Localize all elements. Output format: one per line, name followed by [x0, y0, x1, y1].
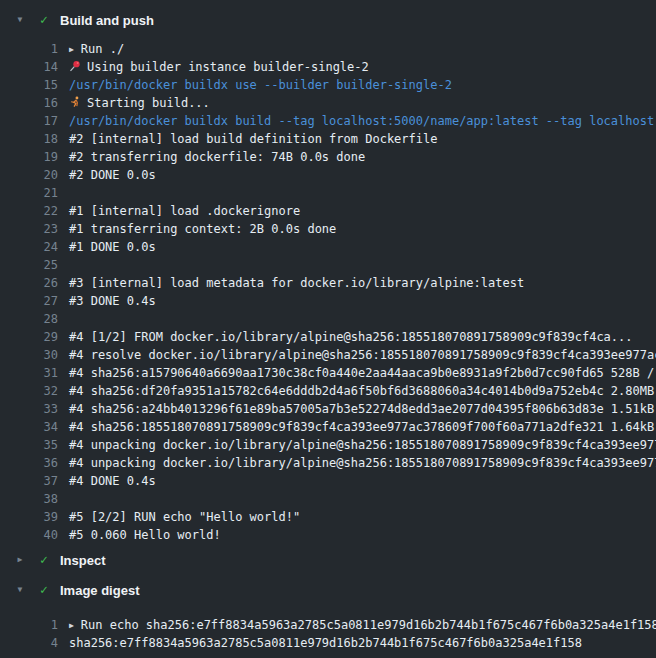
log-text: Using builder instance builder-single-2	[58, 58, 656, 76]
log-line: 28	[0, 310, 656, 328]
log-text: #4 sha256:a24bb4013296f61e89ba57005a7b3e…	[58, 400, 656, 418]
line-number[interactable]: 21	[0, 184, 58, 202]
section-body-build-and-push: 1 ▶Run ./ 14 Using builder instance buil…	[0, 30, 656, 550]
section-body-image-digest: 1 ▶Run echo sha256:e7ff8834a5963a2785c5a…	[0, 600, 656, 658]
log-line: 25	[0, 256, 656, 274]
log-text: #4 sha256:df20fa9351a15782c64e6dddb2d4a6…	[58, 382, 656, 400]
log-line: 17 /usr/bin/docker buildx build --tag lo…	[0, 112, 656, 130]
log-text	[58, 184, 656, 202]
log-text: #4 [1/2] FROM docker.io/library/alpine@s…	[58, 328, 656, 346]
log-text: #5 [2/2] RUN echo "Hello world!"	[58, 508, 656, 526]
line-number[interactable]: 14	[0, 58, 58, 76]
log-text: ▶Run echo sha256:e7ff8834a5963a2785c5a08…	[58, 616, 656, 634]
log-line: 32 #4 sha256:df20fa9351a15782c64e6dddb2d…	[0, 382, 656, 400]
log-line: 24 #1 DONE 0.0s	[0, 238, 656, 256]
log-text-content: Using builder instance builder-single-2	[87, 60, 369, 74]
log-text-content: Run echo sha256:e7ff8834a5963a2785c5a081…	[81, 618, 656, 632]
log-line: 40 #5 0.060 Hello world!	[0, 526, 656, 544]
line-number[interactable]: 31	[0, 364, 58, 382]
line-number[interactable]: 18	[0, 130, 58, 148]
log-text-command: /usr/bin/docker buildx use --builder bui…	[58, 76, 656, 94]
log-line: 22 #1 [internal] load .dockerignore	[0, 202, 656, 220]
log-text: ▶Run ./	[58, 40, 656, 58]
log-text-content: Starting build...	[87, 96, 210, 110]
success-check-icon: ✓	[36, 580, 52, 600]
line-number[interactable]: 32	[0, 382, 58, 400]
section-title: Inspect	[60, 553, 106, 568]
log-text	[58, 256, 656, 274]
log-line: 15 /usr/bin/docker buildx use --builder …	[0, 76, 656, 94]
line-number[interactable]: 23	[0, 220, 58, 238]
line-number[interactable]: 4	[0, 634, 58, 652]
log-line: 34 #4 sha256:185518070891758909c9f839cf4…	[0, 418, 656, 436]
section-title: Image digest	[60, 583, 139, 598]
log-text: #5 0.060 Hello world!	[58, 526, 656, 544]
chevron-down-icon[interactable]: ▼	[12, 10, 28, 30]
pushpin-icon	[69, 60, 81, 72]
log-text: sha256:e7ff8834a5963a2785c5a0811e979d16b…	[58, 634, 656, 652]
log-line: 21	[0, 184, 656, 202]
log-text: #4 DONE 0.4s	[58, 472, 656, 490]
log-line: 19 #2 transferring dockerfile: 74B 0.0s …	[0, 148, 656, 166]
log-line: 26 #3 [internal] load metadata for docke…	[0, 274, 656, 292]
log-line: 31 #4 sha256:a15790640a6690aa1730c38cf0a…	[0, 364, 656, 382]
line-number[interactable]: 25	[0, 256, 58, 274]
log-line: 1 ▶Run echo sha256:e7ff8834a5963a2785c5a…	[0, 616, 656, 634]
section-title: Build and push	[60, 13, 154, 28]
line-number[interactable]: 40	[0, 526, 58, 544]
log-text: #3 DONE 0.4s	[58, 292, 656, 310]
line-number[interactable]: 24	[0, 238, 58, 256]
log-line: 23 #1 transferring context: 2B 0.0s done	[0, 220, 656, 238]
log-text: #4 sha256:185518070891758909c9f839cf4ca3…	[58, 418, 656, 436]
expand-arrow-icon[interactable]: ▶	[69, 617, 74, 634]
log-line: 30 #4 resolve docker.io/library/alpine@s…	[0, 346, 656, 364]
line-number[interactable]: 19	[0, 148, 58, 166]
log-line: 37 #4 DONE 0.4s	[0, 472, 656, 490]
line-number[interactable]: 33	[0, 400, 58, 418]
job-log-viewer: ▼ ✓ Build and push 1 ▶Run ./ 14 Using bu…	[0, 0, 656, 658]
line-number[interactable]: 35	[0, 436, 58, 454]
line-number[interactable]: 1	[0, 40, 58, 58]
log-text: #1 transferring context: 2B 0.0s done	[58, 220, 656, 238]
log-line: 18 #2 [internal] load build definition f…	[0, 130, 656, 148]
line-number[interactable]: 30	[0, 346, 58, 364]
section-header-build-and-push[interactable]: ▼ ✓ Build and push	[0, 10, 656, 30]
chevron-down-icon[interactable]: ▼	[12, 580, 28, 600]
line-number[interactable]: 36	[0, 454, 58, 472]
line-number[interactable]: 20	[0, 166, 58, 184]
log-line: 27 #3 DONE 0.4s	[0, 292, 656, 310]
line-number[interactable]: 34	[0, 418, 58, 436]
log-text-command: /usr/bin/docker buildx build --tag local…	[58, 112, 656, 130]
success-check-icon: ✓	[36, 550, 52, 570]
line-number[interactable]: 17	[0, 112, 58, 130]
section-header-image-digest[interactable]: ▼ ✓ Image digest	[0, 580, 656, 600]
log-text: #4 unpacking docker.io/library/alpine@sh…	[58, 454, 656, 472]
log-line: 33 #4 sha256:a24bb4013296f61e89ba57005a7…	[0, 400, 656, 418]
log-text: #2 transferring dockerfile: 74B 0.0s don…	[58, 148, 656, 166]
log-text: #4 unpacking docker.io/library/alpine@sh…	[58, 436, 656, 454]
log-text	[58, 310, 656, 328]
line-number[interactable]: 1	[0, 616, 58, 634]
log-text: #1 [internal] load .dockerignore	[58, 202, 656, 220]
chevron-right-icon[interactable]: ▶	[12, 550, 28, 570]
success-check-icon: ✓	[36, 10, 52, 30]
log-line: 38	[0, 490, 656, 508]
line-number[interactable]: 26	[0, 274, 58, 292]
section-header-inspect[interactable]: ▶ ✓ Inspect	[0, 550, 656, 570]
log-line: 29 #4 [1/2] FROM docker.io/library/alpin…	[0, 328, 656, 346]
expand-arrow-icon[interactable]: ▶	[69, 41, 74, 58]
log-line: 20 #2 DONE 0.0s	[0, 166, 656, 184]
line-number[interactable]: 29	[0, 328, 58, 346]
line-number[interactable]: 16	[0, 94, 58, 112]
line-number[interactable]: 15	[0, 76, 58, 94]
line-number[interactable]: 37	[0, 472, 58, 490]
line-number[interactable]: 39	[0, 508, 58, 526]
log-line: 16 Starting build...	[0, 94, 656, 112]
log-text: Starting build...	[58, 94, 656, 112]
line-number[interactable]: 27	[0, 292, 58, 310]
line-number[interactable]: 38	[0, 490, 58, 508]
section-spacer	[0, 570, 656, 580]
line-number[interactable]: 22	[0, 202, 58, 220]
line-number[interactable]: 28	[0, 310, 58, 328]
log-line: 4 sha256:e7ff8834a5963a2785c5a0811e979d1…	[0, 634, 656, 652]
